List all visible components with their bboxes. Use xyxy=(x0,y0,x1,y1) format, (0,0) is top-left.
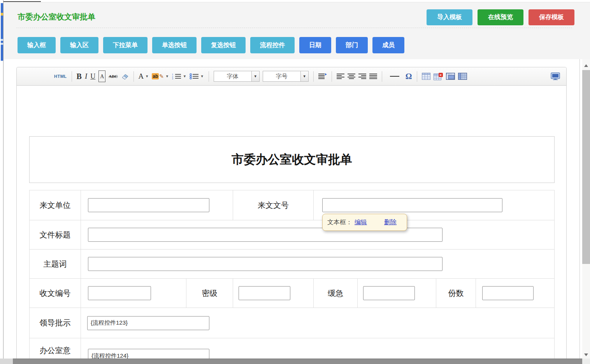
chevron-down-icon: ▼ xyxy=(251,71,259,81)
save-template-button[interactable]: 保存模板 xyxy=(529,9,574,25)
delete-table-button[interactable]: × xyxy=(434,70,443,82)
font-family-select[interactable]: 字体 ▼ xyxy=(214,71,260,82)
align-justify-button[interactable] xyxy=(369,70,377,82)
background-window-sliver-mark xyxy=(1,39,3,41)
document-number-input[interactable] xyxy=(322,198,502,212)
scrollbar-down-arrow[interactable] xyxy=(584,353,588,356)
field-edit-tooltip: 文本框： 编辑 删除 xyxy=(322,214,407,231)
align-right-button[interactable] xyxy=(358,70,366,82)
template-actions: 导入模板 在线预览 保存模板 xyxy=(427,9,574,25)
table-cell xyxy=(81,250,554,278)
background-window-sliver xyxy=(1,3,3,61)
svg-text:3: 3 xyxy=(172,77,173,79)
table-cell xyxy=(81,190,233,220)
vertical-scrollbar-thumb[interactable] xyxy=(582,70,590,264)
content-right-border xyxy=(579,59,580,359)
italic-button[interactable]: I xyxy=(85,70,87,82)
urgency-input[interactable] xyxy=(363,286,415,300)
eraser-icon[interactable] xyxy=(121,70,129,82)
palette-flow-control-button[interactable]: 流程控件 xyxy=(250,37,295,53)
form-title-box[interactable]: 市委办公室收文审批单 xyxy=(29,136,555,183)
background-window-sliver-mark xyxy=(1,13,3,16)
table-row: 领导批示 xyxy=(30,308,554,338)
insert-table-button[interactable] xyxy=(422,70,430,82)
incoming-unit-input[interactable] xyxy=(88,198,209,212)
table-cell xyxy=(233,279,314,308)
control-palette: 输入框 输入区 下拉菜单 单选按钮 复选按钮 流程控件 日期 部门 成员 xyxy=(18,37,404,53)
table-cell xyxy=(358,279,436,308)
fullscreen-button[interactable] xyxy=(551,70,560,82)
special-character-button[interactable]: Ω xyxy=(406,70,412,82)
chevron-down-icon: ▼ xyxy=(200,74,204,78)
palette-date-button[interactable]: 日期 xyxy=(299,37,331,53)
indent-button[interactable] xyxy=(318,70,327,82)
table-row: 文件标题 xyxy=(30,220,554,250)
bold-button[interactable]: B xyxy=(77,70,82,82)
copies-input[interactable] xyxy=(482,286,534,300)
font-style-button[interactable]: A xyxy=(98,70,105,82)
field-label-document-number: 来文文号 xyxy=(233,190,314,220)
underline-button[interactable]: U xyxy=(90,70,95,82)
toolbar-separator xyxy=(133,71,134,82)
toolbar-separator xyxy=(72,71,72,82)
chevron-down-icon: ▼ xyxy=(300,71,308,81)
field-label-leader-comments: 领导批示 xyxy=(30,308,81,338)
highlight-color-button[interactable]: ab✎▼ xyxy=(152,70,169,82)
align-center-button[interactable] xyxy=(348,70,355,82)
subject-words-input[interactable] xyxy=(88,257,442,271)
palette-dropdown-button[interactable]: 下拉菜单 xyxy=(103,37,148,53)
import-template-button[interactable]: 导入模板 xyxy=(427,9,472,25)
field-label-copies: 份数 xyxy=(436,279,476,308)
horizontal-scrollbar-thumb[interactable] xyxy=(0,359,582,364)
table-cell xyxy=(81,220,554,249)
unordered-list-button[interactable]: ▼ xyxy=(190,70,204,82)
ordered-list-button[interactable]: 123 ▼ xyxy=(172,70,186,82)
font-color-button[interactable]: A▼ xyxy=(139,70,149,82)
table-cell xyxy=(81,279,186,308)
strikethrough-button[interactable]: ABC xyxy=(109,70,118,82)
background-window-sliver-mark xyxy=(1,43,3,45)
table-cell-properties-button[interactable] xyxy=(446,70,455,82)
chevron-down-icon: ▼ xyxy=(165,74,169,78)
palette-textarea-button[interactable]: 输入区 xyxy=(60,37,98,53)
chevron-down-icon: ▼ xyxy=(183,74,186,78)
field-label-urgency: 缓急 xyxy=(314,279,358,308)
horizontal-rule-icon xyxy=(390,76,399,77)
table-row: 主题词 xyxy=(30,250,554,279)
scrollbar-corner xyxy=(582,359,590,364)
table-properties-button[interactable] xyxy=(458,70,467,82)
horizontal-rule-button[interactable] xyxy=(387,70,402,82)
header-divider xyxy=(16,28,572,28)
field-label-document-title: 文件标题 xyxy=(30,220,81,249)
scrollbar-up-arrow[interactable] xyxy=(584,64,588,67)
field-label-security-level: 密级 xyxy=(186,279,233,308)
toolbar-separator xyxy=(209,71,209,82)
field-label-incoming-unit: 来文单位 xyxy=(30,190,81,220)
palette-department-button[interactable]: 部门 xyxy=(336,37,368,53)
field-label-subject-words: 主题词 xyxy=(30,250,81,278)
tooltip-label: 文本框： xyxy=(327,218,352,227)
leader-comments-input[interactable] xyxy=(87,316,209,330)
online-preview-button[interactable]: 在线预览 xyxy=(478,9,523,25)
palette-radio-button[interactable]: 单选按钮 xyxy=(152,37,197,53)
table-row: 来文单位 来文文号 xyxy=(30,190,554,220)
palette-checkbox-button[interactable]: 复选按钮 xyxy=(201,37,246,53)
table-cell xyxy=(476,279,554,308)
security-level-input[interactable] xyxy=(239,286,290,300)
edit-field-link[interactable]: 编辑 xyxy=(355,218,367,227)
palette-member-button[interactable]: 成员 xyxy=(372,37,404,53)
form-table: 来文单位 来文文号 文件标题 主题词 收文编号 密级 缓急 份数 xyxy=(29,190,555,364)
html-source-button[interactable]: HTML xyxy=(54,70,67,82)
receipt-number-input[interactable] xyxy=(88,286,151,300)
font-size-select[interactable]: 字号 ▼ xyxy=(263,71,309,82)
form-title: 市委办公室收文审批单 xyxy=(232,151,352,168)
palette-input-box-button[interactable]: 输入框 xyxy=(18,37,56,53)
chevron-down-icon: ▼ xyxy=(145,74,149,78)
page-title: 市委办公室收文审批单 xyxy=(18,12,95,22)
align-left-button[interactable] xyxy=(337,70,344,82)
toolbar-separator xyxy=(417,71,417,82)
table-cell xyxy=(81,308,554,338)
horizontal-scrollbar-track[interactable] xyxy=(0,359,13,364)
delete-field-link[interactable]: 删除 xyxy=(384,218,397,227)
editor-toolbar: HTML B I U A ABC A▼ ab✎▼ 123 ▼ ▼ 字体 ▼ xyxy=(17,67,566,86)
